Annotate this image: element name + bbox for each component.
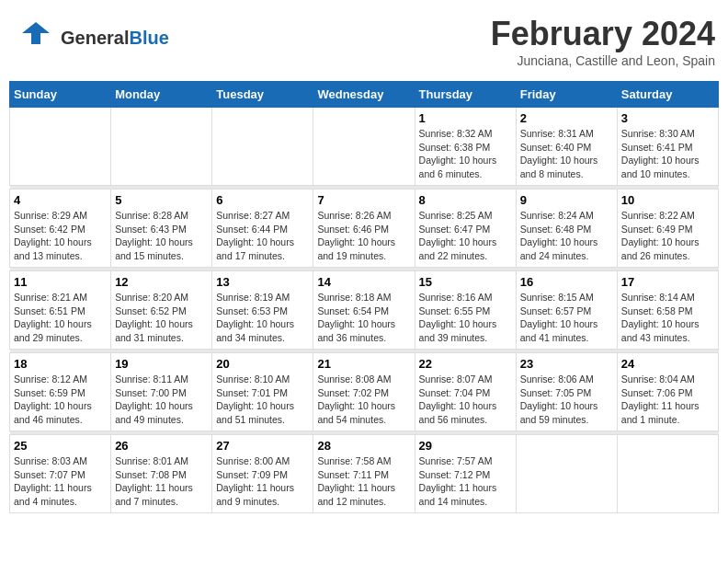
day-number: 14	[317, 275, 410, 289]
main-title: February 2024	[491, 15, 715, 53]
day-info: Sunrise: 8:21 AM Sunset: 6:51 PM Dayligh…	[14, 291, 107, 345]
day-cell: 24Sunrise: 8:04 AM Sunset: 7:06 PM Dayli…	[617, 353, 718, 431]
day-cell: 16Sunrise: 8:15 AM Sunset: 6:57 PM Dayli…	[516, 271, 617, 350]
day-cell: 2Sunrise: 8:31 AM Sunset: 6:40 PM Daylig…	[516, 108, 617, 186]
day-info: Sunrise: 8:20 AM Sunset: 6:52 PM Dayligh…	[115, 291, 208, 345]
day-number: 1	[419, 111, 512, 125]
day-cell: 17Sunrise: 8:14 AM Sunset: 6:58 PM Dayli…	[617, 271, 718, 350]
day-number: 21	[317, 357, 410, 371]
day-cell: 7Sunrise: 8:26 AM Sunset: 6:46 PM Daylig…	[313, 190, 415, 268]
day-number: 13	[216, 275, 309, 289]
day-cell: 12Sunrise: 8:20 AM Sunset: 6:52 PM Dayli…	[111, 271, 212, 350]
header-cell-saturday: Saturday	[617, 82, 718, 108]
day-cell: 25Sunrise: 8:03 AM Sunset: 7:07 PM Dayli…	[10, 435, 111, 513]
header-cell-sunday: Sunday	[10, 82, 111, 108]
day-cell: 5Sunrise: 8:28 AM Sunset: 6:43 PM Daylig…	[111, 190, 212, 268]
day-cell: 4Sunrise: 8:29 AM Sunset: 6:42 PM Daylig…	[10, 190, 111, 268]
day-number: 26	[115, 439, 208, 453]
week-row-1: 1Sunrise: 8:32 AM Sunset: 6:38 PM Daylig…	[10, 108, 719, 186]
calendar-body: 1Sunrise: 8:32 AM Sunset: 6:38 PM Daylig…	[10, 108, 719, 513]
day-number: 6	[216, 193, 309, 207]
day-number: 12	[115, 275, 208, 289]
day-info: Sunrise: 8:32 AM Sunset: 6:38 PM Dayligh…	[419, 127, 512, 181]
day-info: Sunrise: 8:29 AM Sunset: 6:42 PM Dayligh…	[14, 209, 107, 263]
day-info: Sunrise: 7:58 AM Sunset: 7:11 PM Dayligh…	[317, 454, 410, 509]
day-info: Sunrise: 8:06 AM Sunset: 7:05 PM Dayligh…	[520, 373, 613, 427]
day-number: 29	[419, 439, 512, 453]
day-info: Sunrise: 8:11 AM Sunset: 7:00 PM Dayligh…	[115, 373, 208, 427]
day-cell	[617, 435, 718, 513]
day-number: 10	[621, 193, 714, 207]
day-cell: 19Sunrise: 8:11 AM Sunset: 7:00 PM Dayli…	[111, 353, 212, 431]
calendar-table: SundayMondayTuesdayWednesdayThursdayFrid…	[9, 81, 719, 513]
day-info: Sunrise: 8:00 AM Sunset: 7:09 PM Dayligh…	[216, 454, 309, 509]
day-number: 8	[419, 193, 512, 207]
week-row-5: 25Sunrise: 8:03 AM Sunset: 7:07 PM Dayli…	[10, 435, 719, 513]
day-number: 3	[621, 111, 714, 125]
header-cell-thursday: Thursday	[415, 82, 516, 108]
day-cell	[10, 108, 111, 186]
header-cell-wednesday: Wednesday	[313, 82, 415, 108]
day-number: 18	[14, 357, 107, 371]
day-cell: 3Sunrise: 8:30 AM Sunset: 6:41 PM Daylig…	[617, 108, 718, 186]
day-number: 27	[216, 439, 309, 453]
day-cell: 6Sunrise: 8:27 AM Sunset: 6:44 PM Daylig…	[212, 190, 313, 268]
day-number: 16	[520, 275, 613, 289]
day-cell: 22Sunrise: 8:07 AM Sunset: 7:04 PM Dayli…	[415, 353, 516, 431]
day-cell: 13Sunrise: 8:19 AM Sunset: 6:53 PM Dayli…	[212, 271, 313, 350]
day-info: Sunrise: 8:25 AM Sunset: 6:47 PM Dayligh…	[419, 209, 512, 263]
day-number: 11	[14, 275, 107, 289]
day-info: Sunrise: 8:31 AM Sunset: 6:40 PM Dayligh…	[520, 127, 613, 181]
day-number: 19	[115, 357, 208, 371]
day-number: 25	[14, 439, 107, 453]
week-row-2: 4Sunrise: 8:29 AM Sunset: 6:42 PM Daylig…	[10, 190, 719, 268]
day-number: 9	[520, 193, 613, 207]
day-cell: 20Sunrise: 8:10 AM Sunset: 7:01 PM Dayli…	[212, 353, 313, 431]
week-row-3: 11Sunrise: 8:21 AM Sunset: 6:51 PM Dayli…	[10, 271, 719, 350]
day-cell: 8Sunrise: 8:25 AM Sunset: 6:47 PM Daylig…	[415, 190, 516, 268]
day-cell: 29Sunrise: 7:57 AM Sunset: 7:12 PM Dayli…	[415, 435, 516, 513]
logo: GeneralBlue	[13, 15, 169, 61]
page-header: GeneralBlue February 2024 Junciana, Cast…	[9, 9, 719, 74]
day-cell: 15Sunrise: 8:16 AM Sunset: 6:55 PM Dayli…	[415, 271, 516, 350]
day-info: Sunrise: 8:10 AM Sunset: 7:01 PM Dayligh…	[216, 373, 309, 427]
day-number: 24	[621, 357, 714, 371]
day-number: 5	[115, 193, 208, 207]
day-info: Sunrise: 8:07 AM Sunset: 7:04 PM Dayligh…	[419, 373, 512, 427]
title-block: February 2024 Junciana, Castille and Leo…	[491, 15, 715, 68]
day-cell: 11Sunrise: 8:21 AM Sunset: 6:51 PM Dayli…	[10, 271, 111, 350]
day-cell: 14Sunrise: 8:18 AM Sunset: 6:54 PM Dayli…	[313, 271, 415, 350]
calendar-header: SundayMondayTuesdayWednesdayThursdayFrid…	[10, 82, 719, 108]
day-number: 22	[419, 357, 512, 371]
day-info: Sunrise: 8:18 AM Sunset: 6:54 PM Dayligh…	[317, 291, 410, 345]
day-cell: 21Sunrise: 8:08 AM Sunset: 7:02 PM Dayli…	[313, 353, 415, 431]
header-cell-tuesday: Tuesday	[212, 82, 313, 108]
day-info: Sunrise: 8:30 AM Sunset: 6:41 PM Dayligh…	[621, 127, 714, 181]
day-info: Sunrise: 8:15 AM Sunset: 6:57 PM Dayligh…	[520, 291, 613, 345]
day-info: Sunrise: 8:04 AM Sunset: 7:06 PM Dayligh…	[621, 373, 714, 427]
day-info: Sunrise: 8:14 AM Sunset: 6:58 PM Dayligh…	[621, 291, 714, 345]
day-cell: 1Sunrise: 8:32 AM Sunset: 6:38 PM Daylig…	[415, 108, 516, 186]
logo-text: GeneralBlue	[61, 28, 169, 49]
day-number: 7	[317, 193, 410, 207]
logo-svg	[13, 15, 59, 61]
day-info: Sunrise: 8:01 AM Sunset: 7:08 PM Dayligh…	[115, 454, 208, 509]
day-cell: 23Sunrise: 8:06 AM Sunset: 7:05 PM Dayli…	[516, 353, 617, 431]
day-number: 15	[419, 275, 512, 289]
day-info: Sunrise: 8:22 AM Sunset: 6:49 PM Dayligh…	[621, 209, 714, 263]
day-number: 28	[317, 439, 410, 453]
header-cell-friday: Friday	[516, 82, 617, 108]
day-info: Sunrise: 8:16 AM Sunset: 6:55 PM Dayligh…	[419, 291, 512, 345]
header-cell-monday: Monday	[111, 82, 212, 108]
day-cell: 18Sunrise: 8:12 AM Sunset: 6:59 PM Dayli…	[10, 353, 111, 431]
day-info: Sunrise: 8:19 AM Sunset: 6:53 PM Dayligh…	[216, 291, 309, 345]
week-row-4: 18Sunrise: 8:12 AM Sunset: 6:59 PM Dayli…	[10, 353, 719, 431]
day-info: Sunrise: 8:12 AM Sunset: 6:59 PM Dayligh…	[14, 373, 107, 427]
day-cell: 26Sunrise: 8:01 AM Sunset: 7:08 PM Dayli…	[111, 435, 212, 513]
day-number: 23	[520, 357, 613, 371]
day-info: Sunrise: 8:24 AM Sunset: 6:48 PM Dayligh…	[520, 209, 613, 263]
day-cell	[313, 108, 415, 186]
header-row: SundayMondayTuesdayWednesdayThursdayFrid…	[10, 82, 719, 108]
day-number: 20	[216, 357, 309, 371]
day-cell	[516, 435, 617, 513]
